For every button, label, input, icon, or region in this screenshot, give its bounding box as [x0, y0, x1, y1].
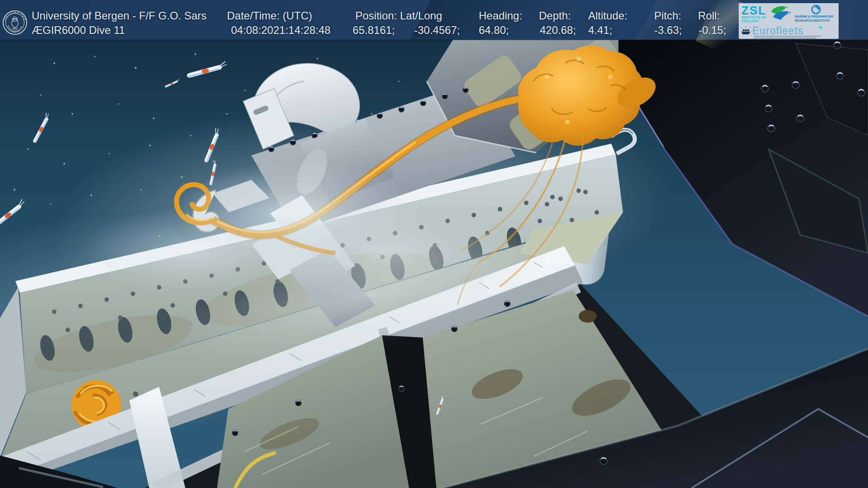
roll-label: Roll: — [698, 10, 720, 22]
zsl-subtitle-2: ZOOLOGY — [741, 19, 771, 23]
mfri-logo: MARINE & FRESHWATER RESEARCH INSTITUTE — [795, 5, 838, 23]
eurofleets-wordmark: Eurofleets — [752, 25, 804, 37]
depth-label: Depth: — [539, 10, 571, 22]
altitude-label: Altitude: — [588, 10, 627, 22]
eurofleets-tagline-line — [754, 36, 821, 37]
datetime-value: 04:08:2021:14:28:48 — [231, 24, 330, 36]
heading-value: 64.80; — [479, 24, 509, 36]
dive-title: ÆGIR6000 Dive 11 — [32, 24, 125, 36]
seal-text-top: UNIVERSITAS — [4, 11, 26, 21]
mfri-line-2: RESEARCH INSTITUTE — [795, 19, 838, 23]
fish-pair-icon — [769, 4, 794, 24]
position-label: Position: Lat/Long — [355, 10, 442, 22]
pitch-value: -3.63; — [654, 24, 682, 36]
underwater-scene — [0, 0, 868, 488]
mfri-line-1: MARINE & FRESHWATER — [795, 15, 838, 19]
zsl-logo: ZSL INSTITUTE OF ZOOLOGY — [741, 5, 771, 23]
rov-video-frame: UNIVERSITAS BERGENSIS University of Berg… — [0, 0, 868, 488]
datetime-label: Date/Time: (UTC) — [227, 10, 312, 22]
latitude-value: 65.8161; — [353, 24, 395, 36]
zsl-subtitle-1: INSTITUTE OF — [741, 16, 771, 19]
altitude-value: 4.41; — [588, 24, 612, 36]
roll-value: -0.15; — [698, 24, 726, 36]
uib-seal-logo: UNIVERSITAS BERGENSIS — [3, 5, 29, 42]
zsl-wordmark: ZSL — [741, 5, 771, 16]
eurofleets-logo: Eurofleets + — [741, 25, 837, 38]
eurofleets-tagline-line — [754, 38, 816, 38]
pitch-label: Pitch: — [654, 10, 681, 22]
mfri-swirl-icon — [811, 5, 821, 14]
longitude-value: -30.4567; — [414, 24, 460, 36]
ship-icon — [741, 26, 751, 36]
heading-label: Heading: — [479, 10, 522, 22]
partner-logos-panel: ZSL INSTITUTE OF ZOOLOGY MARINE & FRESHW… — [739, 3, 839, 39]
svg-text:UNIVERSITAS: UNIVERSITAS — [4, 11, 26, 21]
eurofleets-plus: + — [818, 23, 823, 32]
depth-value: 420.68; — [540, 24, 576, 36]
telemetry-header: UNIVERSITAS BERGENSIS University of Berg… — [0, 0, 868, 40]
owl-icon — [12, 17, 18, 29]
vessel-title: University of Bergen - F/F G.O. Sars — [32, 10, 207, 22]
